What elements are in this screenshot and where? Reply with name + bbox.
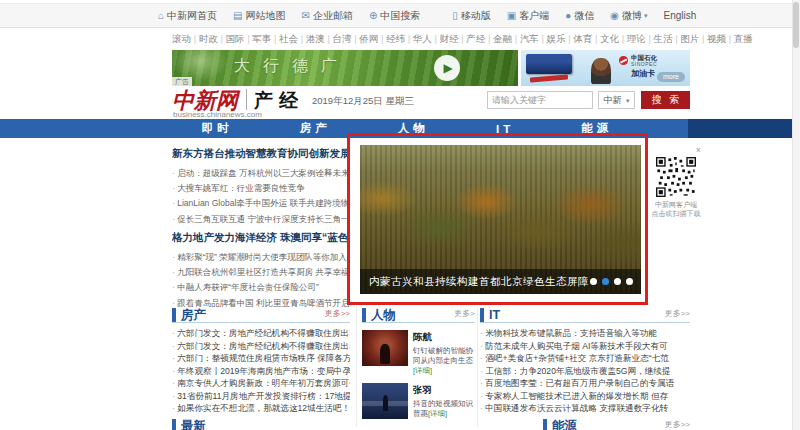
news-item[interactable]: 启动：超级踩盘 万科杭州以三大案例诠释未来生活 [172,166,350,181]
news-item[interactable]: 如果你实在不想北漂，那就选这12城生活吧！ [172,402,350,415]
news-item[interactable]: 工信部：力争2020年底地级市覆盖5G网，继续提 [480,365,690,378]
close-icon[interactable]: × [650,146,702,155]
channel-link[interactable]: 华人 [413,33,440,44]
topbar-link-china-search[interactable]: ⊕ 中国搜索 [369,9,420,23]
topbar-link-sitemap[interactable]: ▤ 网站地图 [233,9,285,23]
news-item[interactable]: 中融人寿获评“年度社会责任保险公司” [172,280,350,295]
channel-link[interactable]: 侨网 [359,33,386,44]
more-link[interactable]: 更多>> [325,308,350,319]
channel-link[interactable]: 视频 [707,33,734,44]
news-item[interactable]: 百度地图李莹：已有超百万用户录制自己的专属语 [480,377,690,390]
section-title-it[interactable]: IT [480,308,500,322]
channel-link[interactable]: 时政 [199,33,226,44]
news-item[interactable]: 大搜车姚军红：行业需要良性竞争 [172,181,350,196]
scrollbar-thumb[interactable] [793,2,799,48]
channel-link[interactable]: 理论 [627,33,654,44]
carousel-dot[interactable] [590,278,597,285]
news-item[interactable]: 六部门发文：房地产经纪机构不得赚取住房出租差 [172,327,350,340]
topbar-link-weibo[interactable]: ◉ 微博 ▾ [610,9,647,23]
news-item[interactable]: 促长三角互联互通 宁波中行深度支持长三角一体化发展 [172,212,350,227]
more-link[interactable]: 更多>> [665,419,690,430]
channel-link[interactable]: 生活 [654,33,681,44]
channel-link[interactable]: 社会 [279,33,306,44]
carousel[interactable]: 内蒙古兴和县持续构建首都北京绿色生态屏障 [360,145,641,294]
person-name[interactable]: 陈航 [413,331,475,344]
channel-link[interactable]: 产经 [466,33,493,44]
news-item[interactable]: 防范未成年人购买电子烟 AI等新技术手段大有可 [480,340,690,353]
channel-link[interactable]: 军事 [252,33,279,44]
channel-link[interactable]: 港澳 [306,33,333,44]
search-scope-select[interactable]: 中新 ▾ [598,91,635,109]
person-photo[interactable] [362,330,408,366]
more-link[interactable]: 更多> [454,308,475,319]
detail-link[interactable]: [详细] [428,409,447,418]
ad-more-button[interactable]: more [657,72,685,82]
section-energy: 能源 更多>> [543,416,690,430]
topbar-link-mobile[interactable]: ▯ 移动版 [452,9,491,23]
channel-link[interactable]: 经纬 [386,33,413,44]
more-link[interactable]: 更多>> [665,308,690,319]
channel-link[interactable]: 文化 [600,33,627,44]
topbar-link-english[interactable]: English [664,10,697,21]
channel-link[interactable]: 直播 [734,33,753,44]
date-text: 2019年12月25日 星期三 [312,95,414,108]
channel-link[interactable]: 图片 [680,33,707,44]
topbar-link-mail[interactable]: ✉ 企业邮箱 [302,9,353,23]
column-divider [477,307,478,427]
play-button[interactable]: ▶ [434,55,460,81]
channel-link[interactable]: 体育 [573,33,600,44]
news-item[interactable]: 31省份前11月房地产开发投资排行榜：17地提速 [172,390,350,403]
detail-link[interactable]: [详细] [413,366,432,375]
mail-icon: ✉ [302,10,310,21]
news-item[interactable]: 精彩聚“现” 荣耀潮时尚大使李现团队等你加入 [172,250,350,265]
section-title-latest[interactable]: 最新 [172,419,206,430]
nav-tab-house[interactable]: 房产 [300,121,331,136]
news-item[interactable]: 酒吧+美食店+杂货铺+社交 京东打造新业态“七范 [480,352,690,365]
banner-ad[interactable]: 大行德广 ▶ 广告 [172,50,518,86]
person-name[interactable]: 张羽 [413,384,475,397]
nav-tab-energy[interactable]: 能源 [581,121,612,136]
news-item[interactable]: 专家称人工智能技术已进入新的爆发增长期 但存 [480,390,690,403]
news-item[interactable]: 米物科技发布键鼠新品：支持语音输入等功能 [480,327,690,340]
search-input[interactable] [487,91,593,109]
carousel-dot[interactable] [602,278,609,285]
channel-link[interactable]: 娱乐 [547,33,574,44]
person-entry[interactable]: 陈航 钉钉破解的智能协同从内部走向生态[详细] [362,330,475,376]
news-item[interactable]: 九阳联合杭州邻里社区打造共享厨房 共享幸福“食光” [172,265,350,280]
carousel-dot[interactable] [626,278,633,285]
news-item[interactable]: 六部门：整顿规范住房租赁市场秩序 保障各方权 [172,352,350,365]
channel-link[interactable]: 财经 [440,33,467,44]
section-title-energy[interactable]: 能源 [543,419,577,430]
person-entry[interactable]: 张羽 抖音的短视频知识普惠[详细] [362,383,475,419]
search-button[interactable]: 搜索 [641,91,690,109]
topbar-link-client[interactable]: ▣ 客户端 [507,9,549,23]
channel-link[interactable]: 台湾 [333,33,360,44]
section-title-people[interactable]: 人物 [362,308,396,322]
carousel-dot[interactable] [614,278,621,285]
nav-tab-it[interactable]: IT [496,123,514,135]
nav-tab-instant[interactable]: 即时 [202,121,233,136]
nav-tab-people[interactable]: 人物 [398,121,429,136]
headline-group: 格力地产发力海洋经济 珠澳同享“蓝色”机遇 精彩聚“现” 荣耀潮时尚大使李现团队… [172,231,350,311]
channel-link[interactable]: 汽车 [520,33,547,44]
news-item[interactable]: 六部门发文：房地产经纪机构不得赚取住房出租差 [172,340,350,353]
news-item[interactable]: 南京专供人才购房新政：明年年初万套房源可优先 [172,377,350,390]
section-title-house[interactable]: 房产 [172,308,206,322]
topbar-link-wechat[interactable]: ● 微信 [565,9,594,23]
topbar-link-home[interactable]: ⌂ 中新网首页 [158,9,217,23]
person-photo[interactable] [362,383,408,419]
channel-link[interactable]: 滚动 [172,33,199,44]
news-headline[interactable]: 格力地产发力海洋经济 珠澳同享“蓝色”机遇 [172,231,350,245]
news-headline[interactable]: 新东方搭台推动智慧教育协同创新发展 [172,147,350,161]
ad-brand-cn: 中国石化 [631,54,657,61]
news-item[interactable]: LianLian Global牵手中国外运 联手共建跨境物流新生态 [172,196,350,211]
news-item[interactable]: 中国联通发布沃云云计算战略 支撑联通数字化转 [480,402,690,415]
weibo-icon: ◉ [610,10,619,21]
person-desc: 钉钉破解的智能协同从内部走向生态[详细] [413,346,475,376]
scrollbar-track[interactable] [792,0,800,430]
channel-link[interactable]: 国际 [226,33,253,44]
fuel-card-ad[interactable]: 中国石化 SINOPEC 加油卡 more [521,50,690,86]
channel-link[interactable]: 金融 [493,33,520,44]
chevron-down-icon: ▾ [626,97,630,104]
news-item[interactable]: 年终观察丨2019年海南房地产市场：变局中孕育 [172,365,350,378]
